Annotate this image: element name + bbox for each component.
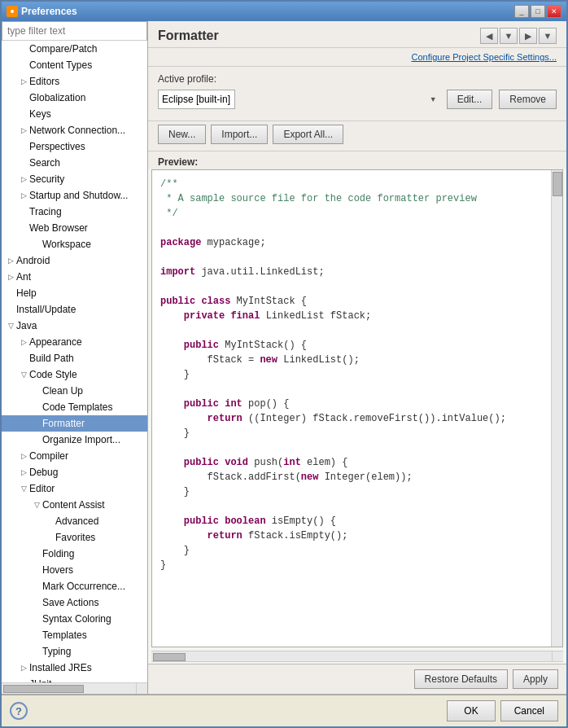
filter-input[interactable] xyxy=(2,21,147,41)
restore-apply-bar: Restore Defaults Apply xyxy=(148,664,566,694)
label-help: Help xyxy=(16,287,37,299)
remove-button[interactable]: Remove xyxy=(499,90,557,109)
sidebar-item-android[interactable]: ▷ Android xyxy=(2,252,147,269)
configure-project-link[interactable]: Configure Project Specific Settings... xyxy=(411,52,557,62)
sidebar-item-tracing[interactable]: Tracing xyxy=(2,204,147,220)
label-code-templates: Code Templates xyxy=(42,401,113,413)
help-icon[interactable]: ? xyxy=(10,702,28,720)
sidebar-item-compiler[interactable]: ▷ Compiler xyxy=(2,448,147,464)
new-button[interactable]: New... xyxy=(158,125,206,144)
sidebar-item-templates[interactable]: Templates xyxy=(2,627,147,643)
label-formatter: Formatter xyxy=(42,418,85,429)
apply-button[interactable]: Apply xyxy=(513,669,558,689)
maximize-button[interactable]: □ xyxy=(531,5,545,18)
restore-defaults-button[interactable]: Restore Defaults xyxy=(414,669,508,689)
expander-compare-patch xyxy=(18,43,29,55)
sidebar-item-debug[interactable]: ▷ Debug xyxy=(2,464,147,480)
import-button[interactable]: Import... xyxy=(211,125,268,144)
label-clean-up: Clean Up xyxy=(42,385,83,397)
sidebar-item-organize-imports[interactable]: Organize Import... xyxy=(2,432,147,448)
code-import: import java.util.LinkedList; xyxy=(160,266,325,278)
nav-dropdown-button[interactable]: ▼ xyxy=(500,28,518,44)
sidebar-item-appearance[interactable]: ▷ Appearance xyxy=(2,334,147,350)
sidebar-item-help[interactable]: Help xyxy=(2,285,147,301)
scrollbar-thumb[interactable] xyxy=(553,172,562,196)
code-scrollbar-v[interactable] xyxy=(551,170,562,647)
sidebar-item-build-path[interactable]: Build Path xyxy=(2,350,147,366)
expander-build-path xyxy=(18,353,29,364)
label-search: Search xyxy=(29,157,60,169)
sidebar-item-installed-jres[interactable]: ▷ Installed JREs xyxy=(2,660,147,676)
profile-control-row: Eclipse [built-in] Edit... Remove xyxy=(158,90,557,109)
label-advanced: Advanced xyxy=(55,515,98,527)
expander-search xyxy=(18,157,29,169)
sidebar-item-code-style[interactable]: ▽ Code Style xyxy=(2,366,147,383)
expander-folding xyxy=(31,548,42,559)
sidebar-item-folding[interactable]: Folding xyxy=(2,546,147,562)
edit-button[interactable]: Edit... xyxy=(447,90,493,109)
sidebar-item-keys[interactable]: Keys xyxy=(2,106,147,122)
sidebar-item-network-connections[interactable]: ▷ Network Connection... xyxy=(2,122,147,138)
profile-dropdown[interactable]: Eclipse [built-in] xyxy=(158,90,235,109)
expander-compiler: ▷ xyxy=(18,450,29,462)
label-content-assist: Content Assist xyxy=(42,499,105,511)
svg-point-1 xyxy=(11,10,14,13)
sidebar-item-junit[interactable]: JUnit xyxy=(2,676,147,682)
ok-button[interactable]: OK xyxy=(447,700,495,721)
sidebar-item-security[interactable]: ▷ Security xyxy=(2,171,147,187)
sidebar-item-editors[interactable]: ▷ Editors xyxy=(2,73,147,90)
sidebar-item-advanced[interactable]: Advanced xyxy=(2,513,147,529)
expander-appearance: ▷ xyxy=(18,336,29,348)
sidebar-item-save-actions[interactable]: Save Actions xyxy=(2,594,147,611)
sidebar-item-perspectives[interactable]: Perspectives xyxy=(2,138,147,155)
sidebar-item-ant[interactable]: ▷ Ant xyxy=(2,269,147,285)
minimize-button[interactable]: _ xyxy=(514,5,529,18)
nav-forward-dropdown-button[interactable]: ▼ xyxy=(539,28,557,44)
sidebar-item-install-update[interactable]: Install/Update xyxy=(2,301,147,318)
label-build-path: Build Path xyxy=(29,353,74,364)
sidebar-item-workspace[interactable]: Workspace xyxy=(2,236,147,252)
sidebar-item-content-types[interactable]: Content Types xyxy=(2,57,147,73)
expander-globalization xyxy=(18,92,29,103)
code-scrollbar-h-track[interactable] xyxy=(151,651,552,661)
expander-tracing xyxy=(18,206,29,217)
sidebar-item-favorites[interactable]: Favorites xyxy=(2,529,147,546)
expander-perspectives xyxy=(18,141,29,152)
label-mark-occurrences: Mark Occurrence... xyxy=(42,581,125,592)
label-network-connections: Network Connection... xyxy=(29,125,125,136)
left-panel: Compare/Patch Content Types ▷ Editors xyxy=(2,21,148,694)
label-appearance: Appearance xyxy=(29,336,82,348)
sidebar-item-startup-shutdown[interactable]: ▷ Startup and Shutdow... xyxy=(2,187,147,204)
label-compiler: Compiler xyxy=(29,450,68,462)
sidebar-item-java[interactable]: ▽ Java xyxy=(2,318,147,334)
sidebar-item-clean-up[interactable]: Clean Up xyxy=(2,383,147,399)
nav-forward-button[interactable]: ▶ xyxy=(519,28,537,44)
cancel-button[interactable]: Cancel xyxy=(500,700,558,721)
sidebar-item-syntax-coloring[interactable]: Syntax Coloring xyxy=(2,611,147,627)
h-scroll-thumb[interactable] xyxy=(153,653,186,661)
expander-network-connections: ▷ xyxy=(18,125,29,136)
export-all-button[interactable]: Export All... xyxy=(273,125,343,144)
title-bar: Preferences _ □ ✕ xyxy=(2,2,566,21)
sidebar-item-mark-occurrences[interactable]: Mark Occurrence... xyxy=(2,578,147,594)
sidebar-item-formatter[interactable]: Formatter xyxy=(2,415,147,432)
sidebar-item-editor[interactable]: ▽ Editor xyxy=(2,480,147,497)
expander-java: ▽ xyxy=(5,320,16,331)
panel-title: Formatter xyxy=(158,29,219,43)
label-folding: Folding xyxy=(42,548,74,559)
sidebar-item-globalization[interactable]: Globalization xyxy=(2,90,147,106)
close-button[interactable]: ✕ xyxy=(547,5,561,18)
label-organize-imports: Organize Import... xyxy=(42,434,120,445)
label-content-types: Content Types xyxy=(29,59,92,71)
profile-section: Active profile: Eclipse [built-in] Edit.… xyxy=(148,67,566,121)
sidebar-item-typing[interactable]: Typing xyxy=(2,643,147,660)
sidebar-item-web-browser[interactable]: Web Browser xyxy=(2,220,147,236)
sidebar-item-content-assist[interactable]: ▽ Content Assist xyxy=(2,497,147,513)
sidebar-item-hovers[interactable]: Hovers xyxy=(2,562,147,578)
title-bar-left: Preferences xyxy=(7,6,77,17)
sidebar-item-compare-patch[interactable]: Compare/Patch xyxy=(2,41,147,57)
sidebar-item-search[interactable]: Search xyxy=(2,155,147,171)
sidebar-item-code-templates[interactable]: Code Templates xyxy=(2,399,147,415)
nav-back-button[interactable]: ◀ xyxy=(480,28,498,44)
label-editors: Editors xyxy=(29,76,59,87)
